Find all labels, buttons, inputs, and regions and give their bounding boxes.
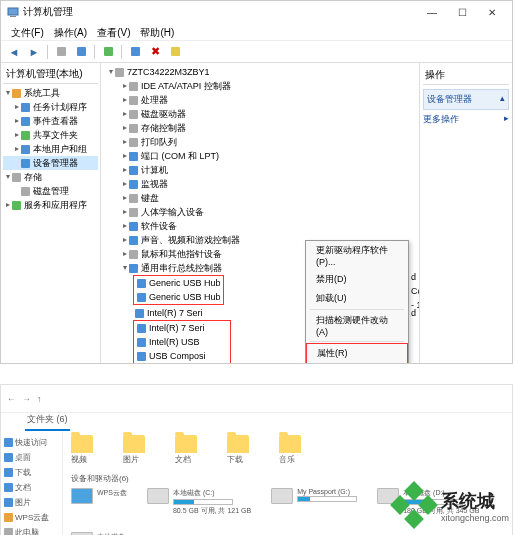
device-tree-pane: ▾7ZTC34222M3ZBY1 ▸IDE ATA/ATAPI 控制器 ▸处理器…: [101, 63, 419, 363]
menubar: 文件(F) 操作(A) 查看(V) 帮助(H): [1, 23, 512, 41]
device-ports[interactable]: ▸端口 (COM 和 LPT): [103, 149, 417, 163]
node-storage[interactable]: ▾存储: [3, 170, 98, 184]
node-system-tools[interactable]: ▾系统工具: [3, 86, 98, 100]
device-root[interactable]: ▾7ZTC34222M3ZBY1: [103, 65, 417, 79]
folder-documents[interactable]: 文档: [175, 435, 197, 465]
up-button[interactable]: [52, 43, 70, 61]
menu-view[interactable]: 查看(V): [93, 25, 134, 38]
ctx-disable[interactable]: 禁用(D): [306, 270, 408, 289]
node-device-manager[interactable]: 设备管理器: [3, 156, 98, 170]
delete-button[interactable]: ✖: [146, 43, 164, 61]
side-thispc[interactable]: 此电脑: [3, 525, 60, 535]
menu-file[interactable]: 文件(F): [7, 25, 48, 38]
folder-pictures[interactable]: 图片: [123, 435, 145, 465]
explorer-sidebar: 快速访问 桌面 下载 文档 图片 WPS云盘 此电脑 My Passport (…: [1, 431, 63, 535]
app-icon: [7, 6, 19, 18]
side-quick-access[interactable]: 快速访问: [3, 435, 60, 450]
device-keyboard[interactable]: ▸键盘: [103, 191, 417, 205]
device-usb-composite[interactable]: USB Composi: [135, 349, 229, 363]
refresh-button[interactable]: [99, 43, 117, 61]
ctx-scan-hardware[interactable]: 扫描检测硬件改动(A): [306, 311, 408, 340]
minimize-button[interactable]: —: [418, 4, 446, 20]
ctx-update-driver[interactable]: 更新驱动程序软件(P)...: [306, 241, 408, 270]
menu-action[interactable]: 操作(A): [50, 25, 91, 38]
node-event-viewer[interactable]: ▸事件查看器: [3, 114, 98, 128]
device-usb-hub-1[interactable]: Generic USB Hub: [135, 276, 222, 290]
actions-pane: 操作 设备管理器 ▴ 更多操作 ▸: [419, 63, 512, 363]
watermark-text-en: xitongcheng.com: [441, 513, 509, 523]
window-title: 计算机管理: [23, 5, 418, 19]
device-print-queue[interactable]: ▸打印队列: [103, 135, 417, 149]
device-storage-ctl[interactable]: ▸存储控制器: [103, 121, 417, 135]
explorer-titlebar: ← → ↑: [1, 385, 512, 413]
tool-button[interactable]: [166, 43, 184, 61]
help-button[interactable]: [126, 43, 144, 61]
device-computer[interactable]: ▸计算机: [103, 163, 417, 177]
close-button[interactable]: ✕: [478, 4, 506, 20]
explorer-up-icon[interactable]: ↑: [37, 394, 42, 404]
drive-passport-1[interactable]: My Passport (G:): [271, 488, 357, 516]
devices-header: 设备和驱动器(6): [71, 473, 504, 484]
actions-link-devmgr[interactable]: 设备管理器 ▴: [423, 89, 509, 110]
side-desktop[interactable]: 桌面: [3, 450, 60, 465]
side-pictures[interactable]: 图片: [3, 495, 60, 510]
svg-rect-0: [8, 8, 18, 15]
node-services-apps[interactable]: ▸服务和应用程序: [3, 198, 98, 212]
drive-c[interactable]: 本地磁盘 (C:)80.5 GB 可用, 共 121 GB: [147, 488, 251, 516]
node-shared-folders[interactable]: ▸共享文件夹: [3, 128, 98, 142]
device-software[interactable]: ▸软件设备: [103, 219, 417, 233]
watermark: 系统城 xitongcheng.com: [393, 484, 509, 528]
left-tree-pane: 计算机管理(本地) ▾系统工具 ▸任务计划程序 ▸事件查看器 ▸共享文件夹 ▸本…: [1, 63, 101, 363]
device-cpu[interactable]: ▸处理器: [103, 93, 417, 107]
node-task-scheduler[interactable]: ▸任务计划程序: [3, 100, 98, 114]
forward-button[interactable]: ►: [25, 43, 43, 61]
folder-videos[interactable]: 视频: [71, 435, 93, 465]
device-usb-hub-2[interactable]: Generic USB Hub: [135, 290, 222, 304]
ctx-uninstall[interactable]: 卸载(U): [306, 289, 408, 308]
svg-rect-1: [10, 16, 16, 17]
titlebar: 计算机管理 — ☐ ✕: [1, 1, 512, 23]
explorer-back-icon[interactable]: ←: [7, 394, 16, 404]
maximize-button[interactable]: ☐: [448, 4, 476, 20]
side-wps[interactable]: WPS云盘: [3, 510, 60, 525]
explorer-forward-icon[interactable]: →: [22, 394, 31, 404]
device-monitor[interactable]: ▸监视器: [103, 177, 417, 191]
device-ide[interactable]: ▸IDE ATA/ATAPI 控制器: [103, 79, 417, 93]
watermark-text-cn: 系统城: [441, 489, 509, 513]
menu-help[interactable]: 帮助(H): [136, 25, 178, 38]
device-intel-usb[interactable]: Intel(R) USB: [135, 335, 229, 349]
node-local-users[interactable]: ▸本地用户和组: [3, 142, 98, 156]
device-disk-drives[interactable]: ▸磁盘驱动器: [103, 107, 417, 121]
context-menu: 更新驱动程序软件(P)... 禁用(D) 卸载(U) 扫描检测硬件改动(A) 属…: [305, 240, 409, 363]
ctx-properties[interactable]: 属性(R): [306, 343, 408, 363]
node-disk-mgmt[interactable]: 磁盘管理: [3, 184, 98, 198]
drive-wps[interactable]: WPS云盘: [71, 488, 127, 516]
device-intel7-b[interactable]: Intel(R) 7 Seri: [135, 321, 229, 335]
actions-more[interactable]: 更多操作 ▸: [423, 113, 509, 126]
computer-management-window: 计算机管理 — ☐ ✕ 文件(F) 操作(A) 查看(V) 帮助(H) ◄ ► …: [0, 0, 513, 364]
left-tree-root[interactable]: 计算机管理(本地): [3, 65, 98, 84]
folder-music[interactable]: 音乐: [279, 435, 301, 465]
back-button[interactable]: ◄: [5, 43, 23, 61]
explorer-tab-folders[interactable]: 文件夹 (6): [25, 413, 70, 431]
watermark-logo-icon: [393, 484, 437, 528]
actions-header: 操作: [423, 66, 509, 85]
properties-button[interactable]: [72, 43, 90, 61]
toolbar: ◄ ► ✖: [1, 41, 512, 63]
folder-downloads[interactable]: 下载: [227, 435, 249, 465]
side-documents[interactable]: 文档: [3, 480, 60, 495]
device-hid[interactable]: ▸人体学输入设备: [103, 205, 417, 219]
host-controller-label: d Host Controller - 1E26: [411, 270, 419, 312]
side-downloads[interactable]: 下载: [3, 465, 60, 480]
